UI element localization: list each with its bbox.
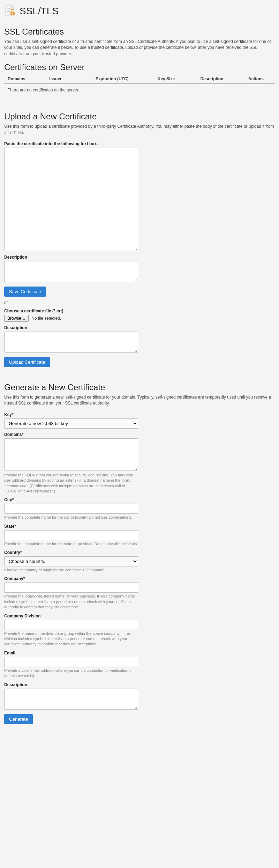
city-input[interactable] <box>4 504 138 514</box>
email-input[interactable] <box>4 657 138 667</box>
city-label: City* <box>4 497 275 502</box>
gen-desc-label: Description <box>4 682 275 687</box>
email-help: Provide a valid email address where you … <box>4 668 138 679</box>
page-title: SSL/TLS <box>20 6 59 17</box>
upload-heading: Upload a New Certificate <box>4 112 275 121</box>
email-label: Email <box>4 651 275 655</box>
upload-desc2-textarea[interactable] <box>4 332 138 353</box>
domains-label: Domains* <box>4 432 275 437</box>
paste-cert-label: Paste the certificate into the following… <box>4 141 275 146</box>
country-label: Country* <box>4 550 275 555</box>
col-domains[interactable]: Domains <box>4 74 46 84</box>
country-select[interactable]: Choose a country. <box>4 556 138 566</box>
upload-desc-textarea[interactable] <box>4 261 138 282</box>
certs-empty-message: There are no certificates on the server. <box>4 84 275 96</box>
col-actions[interactable]: Actions <box>237 74 275 84</box>
state-help: Provide the complete name for the state … <box>4 541 138 547</box>
state-input[interactable] <box>4 530 138 540</box>
key-select[interactable]: Generate a new 2,048 bit key. <box>4 418 138 429</box>
domains-textarea[interactable] <box>4 438 138 470</box>
browse-button[interactable]: Browse… <box>4 315 29 322</box>
svg-rect-1 <box>7 8 12 9</box>
gen-desc-textarea[interactable] <box>4 689 138 710</box>
col-keysize[interactable]: Key Size <box>146 74 187 84</box>
save-certificate-button[interactable]: Save Certificate <box>4 287 46 297</box>
upload-desc-label: Description <box>4 255 275 260</box>
division-input[interactable] <box>4 620 138 630</box>
paste-cert-textarea[interactable] <box>4 148 138 250</box>
col-issuer[interactable]: Issuer <box>46 74 78 84</box>
col-expiration[interactable]: Expiration (UTC) <box>78 74 146 84</box>
generate-button[interactable]: Generate <box>4 714 33 724</box>
upload-desc2-label: Description <box>4 325 275 330</box>
ssltls-icon <box>4 5 17 17</box>
ssl-certificates-heading: SSL Certificates <box>4 27 275 37</box>
domains-help: Provide the FQDNs that you are trying to… <box>4 473 138 494</box>
key-label: Key* <box>4 412 275 417</box>
certificates-table: Domains Issuer Expiration (UTC) Key Size… <box>4 74 275 96</box>
col-description[interactable]: Description <box>187 74 237 84</box>
division-label: Company Division <box>4 614 275 618</box>
ssl-certificates-desc: You can use a self-signed certificate or… <box>4 39 275 57</box>
country-help: Choose the country of origin for the cer… <box>4 567 138 573</box>
file-status: No file selected. <box>31 316 61 321</box>
page-header: SSL/TLS <box>4 3 275 21</box>
company-help: Provide the legally-registered name for … <box>4 594 138 610</box>
upload-certificate-button[interactable]: Upload Certificate <box>4 357 50 367</box>
upload-desc: Use this form to upload a certificate pr… <box>4 124 275 136</box>
division-help: Provide the name of the division or grou… <box>4 631 138 647</box>
certs-on-server-heading: Certificates on Server <box>4 62 275 72</box>
company-label: Company* <box>4 576 275 581</box>
company-input[interactable] <box>4 583 138 593</box>
choose-file-label: Choose a certificate file (*.crt). <box>4 309 275 313</box>
city-help: Provide the complete name for the city o… <box>4 515 138 520</box>
or-separator: or <box>4 300 275 305</box>
svg-point-5 <box>12 13 13 14</box>
generate-desc: Use this form to generate a new, self-si… <box>4 394 275 407</box>
state-label: State* <box>4 524 275 529</box>
generate-heading: Generate a New Certificate <box>4 383 275 392</box>
svg-rect-3 <box>7 11 10 12</box>
